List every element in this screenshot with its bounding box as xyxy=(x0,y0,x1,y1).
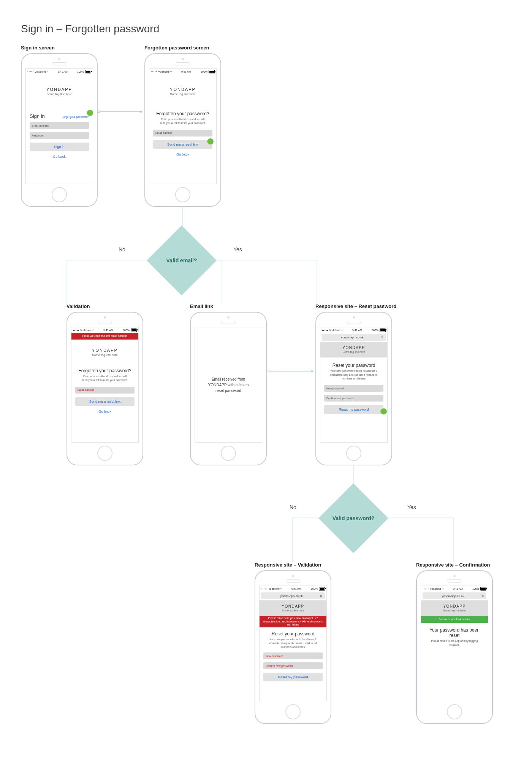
phone-reset: ••••• Vodafone ⌔ 9:41 AM 100% yonda-app.… xyxy=(315,312,392,465)
new-password-field[interactable]: New password xyxy=(263,652,323,659)
send-reset-button[interactable]: Send me a reset link xyxy=(153,140,212,149)
brand-tagline: Some tag line here xyxy=(71,353,138,357)
password-field[interactable]: Password xyxy=(30,132,89,139)
forgot-password-link[interactable]: Forgot your password? xyxy=(62,116,89,118)
error-banner: Hmm, we can't find that email address xyxy=(71,333,138,340)
browser-url-bar[interactable]: yonda-app.co.uk✕ xyxy=(423,592,486,599)
signin-button[interactable]: Sign in xyxy=(30,143,89,151)
close-icon[interactable]: ✕ xyxy=(380,335,383,340)
phone-signin: ••••• Vodafone ⌔ 9:41 AM 100% YONDAPP So… xyxy=(21,53,98,207)
email-received-text: Email received from YONDAPP with a link … xyxy=(195,327,262,442)
reset-heading: Reset your password xyxy=(263,631,323,637)
browser-url-bar[interactable]: yonda-app.co.uk✕ xyxy=(322,334,386,341)
phone-confirmation: ••••• Vodafone ⌔ 9:41 AM 100% yonda-app.… xyxy=(416,570,493,724)
label-yes: Yes xyxy=(407,504,416,510)
send-reset-button[interactable]: Send me a reset link xyxy=(75,397,135,406)
confirm-password-field[interactable]: Confirm new password xyxy=(263,662,323,669)
forgot-heading: Forgotten your password? xyxy=(153,111,212,116)
confirmation-sub: Please return to the app and try logging… xyxy=(425,639,484,647)
svg-point-0 xyxy=(98,111,100,113)
phone-forgot: ••••• Vodafone ⌔ 9:41 AM 100% YONDAPP So… xyxy=(144,53,221,207)
brand-name: YONDAPP xyxy=(149,87,216,92)
svg-point-3 xyxy=(267,370,269,372)
forgot-heading: Forgotten your password? xyxy=(75,368,135,373)
new-password-field[interactable]: New password xyxy=(324,385,383,392)
decision-valid-password: Valid password? xyxy=(318,483,388,553)
caption-emaillink: Email link xyxy=(190,303,213,309)
brand-name: YONDAPP xyxy=(26,87,93,92)
caption-reset-validation: Responsive site – Validation xyxy=(255,562,321,568)
success-banner: Password reset successful xyxy=(421,616,488,623)
brand-tagline: Some tag line here xyxy=(149,92,216,96)
email-field[interactable]: Email address xyxy=(75,387,135,394)
caption-forgot: Forgotten password screen xyxy=(144,45,209,51)
signin-heading: Sign in xyxy=(30,113,45,119)
phone-reset-validation: ••••• Vodafone ⌔ 9:41 AM 100% yonda-app.… xyxy=(255,570,331,724)
status-bar: ••••• Vodafone ⌔ 9:41 AM 100% xyxy=(421,586,488,591)
reset-sub: Your new password should be at least 7 c… xyxy=(324,369,383,380)
caption-reset: Responsive site – Reset password xyxy=(315,303,396,309)
close-icon[interactable]: ✕ xyxy=(320,594,323,598)
caption-signin: Sign in screen xyxy=(21,45,55,51)
status-bar: ••••• Vodafone ⌔ 9:41 AM 100% xyxy=(320,327,387,333)
decision-valid-email: Valid email? xyxy=(147,225,217,295)
reset-heading: Reset your password xyxy=(324,363,383,368)
label-no: No xyxy=(119,246,125,252)
status-bar: ••••• Vodafone ⌔ 9:41 AM 100% xyxy=(149,69,216,74)
browser-url-bar[interactable]: yonda-app.co.uk✕ xyxy=(261,592,325,599)
label-yes: Yes xyxy=(233,246,242,252)
page-title: Sign in – Forgotten password xyxy=(21,23,159,35)
confirm-password-field[interactable]: Confirm new password xyxy=(324,395,383,402)
close-icon[interactable]: ✕ xyxy=(481,594,484,598)
go-back-link[interactable]: Go back xyxy=(30,155,89,159)
go-back-link[interactable]: Go back xyxy=(75,410,135,413)
brand-tagline: Some tag line here xyxy=(26,92,93,96)
confirmation-heading: Your password has been reset xyxy=(425,627,484,638)
site-header: YONDAPPSome tag line here xyxy=(421,600,488,616)
reset-button[interactable]: Reset my password xyxy=(263,673,323,681)
brand-name: YONDAPP xyxy=(71,348,138,352)
error-banner: Please make sure your new password is 7 … xyxy=(260,616,326,627)
go-back-link[interactable]: Go back xyxy=(153,152,212,156)
reset-sub: Your new password should be at least 7 c… xyxy=(263,638,323,649)
status-bar: ••••• Vodafone ⌔ 9:41 AM 100% xyxy=(26,69,93,74)
email-field[interactable]: Email address xyxy=(153,130,212,137)
site-header: YONDAPPSome tag line here xyxy=(320,342,387,357)
status-bar: ••••• Vodafone ⌔ 9:41 AM 100% xyxy=(71,327,138,333)
reset-button[interactable]: Reset my password xyxy=(324,405,383,414)
phone-email-link: Email received from YONDAPP with a link … xyxy=(190,312,267,465)
forgot-sub: Enter your email address and we will sen… xyxy=(75,375,135,382)
phone-validation-email: ••••• Vodafone ⌔ 9:41 AM 100% Hmm, we ca… xyxy=(66,312,143,465)
site-header: YONDAPPSome tag line here xyxy=(260,600,326,616)
email-field[interactable]: Email address xyxy=(30,122,89,129)
forgot-sub: Enter your email address and we will sen… xyxy=(153,117,212,125)
label-no: No xyxy=(290,504,296,510)
caption-confirmation: Responsive site – Confirmation xyxy=(416,562,490,568)
status-bar: ••••• Vodafone ⌔ 9:41 AM 100% xyxy=(260,586,326,591)
caption-validation: Validation xyxy=(66,303,90,309)
